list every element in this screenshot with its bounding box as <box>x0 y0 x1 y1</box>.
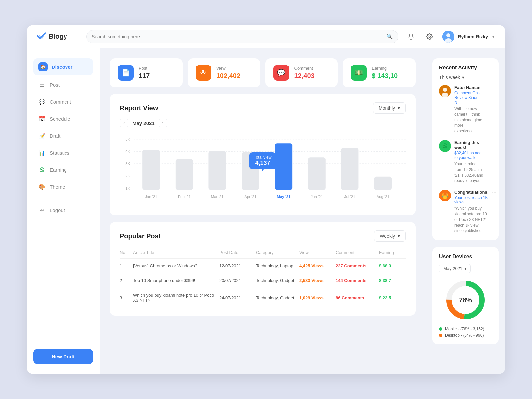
comment-icon: 💬 <box>38 98 46 105</box>
discover-icon: 🏠 <box>38 62 48 71</box>
main-content: 📄 Post 117 👁 View 102,402 💬 <box>100 48 426 374</box>
monthly-dropdown[interactable]: Monthly ▾ <box>373 102 406 114</box>
comment-stat-label: Comment <box>294 66 315 71</box>
earning-stat-value: $ 143,10 <box>372 72 398 80</box>
search-input[interactable] <box>92 34 383 39</box>
stat-card-post: 📄 Post 117 <box>110 58 183 87</box>
svg-text:Jan '21: Jan '21 <box>145 195 157 199</box>
weekly-dropdown[interactable]: Weekly ▾ <box>374 230 406 242</box>
devices-month-dropdown[interactable]: May 2021 ▾ <box>439 264 471 273</box>
activity-content: Fatur Haman Comment On - Review Xiaomi N… <box>454 85 484 134</box>
sidebar-item-schedule[interactable]: 📅 Schedule <box>33 111 93 126</box>
recent-activity-card: Recent Activity This week ▾ <box>432 58 499 240</box>
logout-icon: ↩ <box>38 206 46 214</box>
view-stat-icon: 👁 <box>196 65 211 81</box>
table-row: 2 Top 10 Smartphone under $399! 20/07/20… <box>120 273 406 288</box>
legend-mobile: Mobile - (76% - 3,152) <box>439 327 492 331</box>
activity-avatar: 👑 <box>439 190 451 201</box>
view-stat-value: 102,402 <box>216 72 240 80</box>
stat-card-earning: 💵 Earning $ 143,10 <box>343 58 416 87</box>
stat-card-view: 👁 View 102,402 <box>188 58 260 87</box>
earning-stat-label: Earning <box>372 66 398 71</box>
chart-container: 5K 4K 3K 2K 1K Jan '21 Feb '21 <box>120 134 406 207</box>
post-stat-label: Post <box>139 66 150 71</box>
activity-item: 👑 Congratulations! Your post reach 1K vi… <box>439 190 492 234</box>
mobile-dot <box>439 327 442 331</box>
chart-tooltip: Total view 4,137 <box>249 152 276 169</box>
chevron-down-icon: ▼ <box>491 34 495 39</box>
comment-stat-icon: 💬 <box>273 65 289 81</box>
sidebar-item-theme[interactable]: 🎨 Theme <box>33 179 93 194</box>
prev-month-btn[interactable]: ‹ <box>120 119 128 127</box>
activity-content: Earning this week! $32,40 has add to you… <box>454 140 484 184</box>
svg-rect-14 <box>142 150 160 190</box>
sidebar-item-statistics[interactable]: 📊 Statistics <box>33 145 93 160</box>
activity-options[interactable]: ··· <box>488 85 492 134</box>
activity-options[interactable]: ··· <box>488 140 492 184</box>
svg-text:Aug '21: Aug '21 <box>376 195 389 199</box>
search-icon: 🔍 <box>386 33 393 40</box>
svg-text:4K: 4K <box>125 150 130 154</box>
user-devices-card: User Devices May 2021 ▾ 78% <box>432 247 499 344</box>
sidebar-item-label: Comment <box>50 99 71 105</box>
svg-rect-18 <box>208 151 226 190</box>
chevron-down-icon: ▾ <box>398 233 400 239</box>
stat-card-comment: 💬 Comment 12,403 <box>265 58 338 87</box>
sidebar-item-comment[interactable]: 💬 Comment <box>33 94 93 109</box>
svg-text:Apr '21: Apr '21 <box>244 195 256 199</box>
svg-point-0 <box>429 36 431 37</box>
sidebar-item-label: Discover <box>52 64 72 70</box>
sidebar-item-discover[interactable]: 🏠 Discover <box>33 58 93 75</box>
svg-text:Jul '21: Jul '21 <box>344 195 355 199</box>
activity-content: Congratulations! Your post reach 1K view… <box>454 190 489 234</box>
legend-desktop: Desktop - (34% - 996) <box>439 333 492 338</box>
sidebar: 🏠 Discover ☰ Post 💬 Comment 📅 Schedule 📝… <box>27 48 100 374</box>
svg-rect-22 <box>275 143 292 190</box>
sidebar-item-label: Earning <box>50 167 67 173</box>
stats-row: 📄 Post 117 👁 View 102,402 💬 <box>110 58 416 87</box>
svg-text:Mar '21: Mar '21 <box>211 195 224 199</box>
notification-icon[interactable] <box>405 31 417 43</box>
table-header: No Article Title Post Date Category View… <box>120 247 406 259</box>
new-draft-button[interactable]: New Draft <box>33 349 93 364</box>
draft-icon: 📝 <box>38 132 46 139</box>
desktop-dot <box>439 334 442 337</box>
sidebar-item-post[interactable]: ☰ Post <box>33 77 93 92</box>
svg-point-31 <box>443 88 447 92</box>
activity-item: Fatur Haman Comment On - Review Xiaomi N… <box>439 85 492 134</box>
user-name: Rythien Rizky <box>458 34 488 39</box>
statistics-icon: 📊 <box>38 149 46 156</box>
chevron-down-icon: ▾ <box>464 266 466 271</box>
user-profile[interactable]: Rythien Rizky ▼ <box>442 31 495 43</box>
sidebar-item-label: Theme <box>50 184 65 190</box>
svg-point-2 <box>446 33 450 37</box>
svg-rect-28 <box>374 177 392 190</box>
donut-label: 78% <box>459 296 472 304</box>
report-view-card: Report View Monthly ▾ ‹ May 2021 › <box>110 94 416 215</box>
chevron-down-icon: ▾ <box>398 105 400 111</box>
settings-icon[interactable] <box>424 31 436 43</box>
search-bar[interactable]: 🔍 <box>86 30 398 43</box>
svg-text:2K: 2K <box>125 174 130 178</box>
sidebar-item-earning[interactable]: 💲 Earning <box>33 162 93 177</box>
app-name: Blogy <box>49 33 67 40</box>
popular-post-card: Popular Post Weekly ▾ No Article Title P… <box>110 222 416 316</box>
sidebar-item-label: Statistics <box>50 150 69 156</box>
next-month-btn[interactable]: › <box>159 119 167 127</box>
donut-chart: 78% <box>439 278 492 322</box>
sidebar-item-draft[interactable]: 📝 Draft <box>33 128 93 143</box>
activity-options[interactable]: ··· <box>492 190 496 234</box>
recent-activity-title: Recent Activity <box>439 65 492 71</box>
sidebar-item-logout[interactable]: ↩ Logout <box>33 202 93 218</box>
activity-item: 💲 Earning this week! $32,40 has add to y… <box>439 140 492 184</box>
device-legend: Mobile - (76% - 3,152) Desktop - (34% - … <box>439 327 492 338</box>
activity-avatar: 💲 <box>439 140 451 152</box>
svg-text:Jun '21: Jun '21 <box>311 195 323 199</box>
post-icon: ☰ <box>38 81 46 88</box>
right-panel: Recent Activity This week ▾ <box>426 48 505 374</box>
comment-stat-value: 12,403 <box>294 72 315 80</box>
chevron-down-icon: ▾ <box>462 75 464 80</box>
sidebar-item-label: Post <box>50 82 60 88</box>
logo-icon <box>37 32 46 41</box>
week-dropdown[interactable]: This week ▾ <box>439 75 492 80</box>
